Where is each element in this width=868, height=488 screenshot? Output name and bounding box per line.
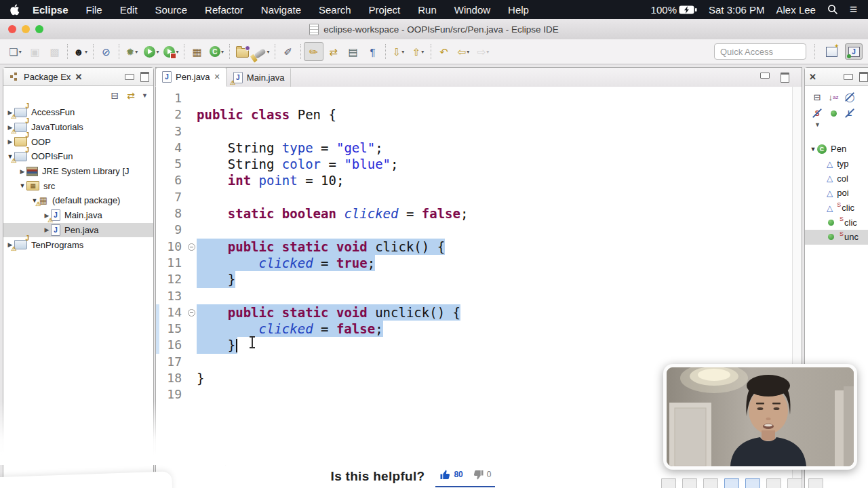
code-line-13[interactable]: 13: [156, 288, 802, 304]
link-with-editor-icon[interactable]: ⇄: [127, 90, 135, 101]
package-explorer-tab[interactable]: Package Ex: [24, 72, 71, 82]
highlighter-icon[interactable]: ✎: [304, 42, 323, 61]
outline-item-clic[interactable]: Sclic: [805, 215, 868, 230]
link-editor-icon[interactable]: ⇄: [323, 42, 343, 61]
code-line-4[interactable]: 4 String type = "gel";: [156, 140, 802, 156]
outline-view-menu-icon[interactable]: ▼: [805, 120, 868, 132]
annotate-marker-icon[interactable]: ✐: [278, 42, 298, 61]
tab-main-java[interactable]: J⚠ Main.java: [227, 68, 292, 87]
fold-collapse-icon[interactable]: [187, 239, 197, 255]
view-menu-icon[interactable]: ▼: [142, 92, 148, 99]
tree-item--default-package-[interactable]: ▼▦⚠(default package): [3, 193, 153, 208]
maximize-editor-button[interactable]: [781, 73, 789, 83]
maximize-outline-button[interactable]: [859, 72, 868, 82]
close-outline-icon[interactable]: ✕: [809, 72, 816, 82]
hide-local-types-icon[interactable]: L: [844, 108, 855, 119]
open-task-icon[interactable]: [233, 42, 252, 61]
minimize-view-button[interactable]: [125, 74, 134, 80]
coverage-icon[interactable]: ▾: [161, 42, 181, 61]
menu-item-eclipse[interactable]: Eclipse: [24, 4, 77, 16]
zoom-window-button[interactable]: [35, 25, 43, 33]
last-edit-location-icon[interactable]: ↶: [434, 42, 454, 61]
hide-static-icon[interactable]: S: [812, 108, 823, 119]
control-center-icon[interactable]: ≡: [850, 3, 857, 16]
menu-clock[interactable]: Sat 3:06 PM: [709, 4, 765, 16]
menu-item-search[interactable]: Search: [310, 4, 360, 16]
forward-icon[interactable]: ⇨▾: [473, 42, 493, 61]
menu-item-navigate[interactable]: Navigate: [252, 4, 310, 16]
hide-fields-icon[interactable]: ◯: [844, 92, 855, 102]
code-line-14[interactable]: 14 public static void unclick() {: [156, 304, 802, 321]
tab-pen-java[interactable]: J Pen.java ✕: [155, 67, 227, 87]
menu-item-source[interactable]: Source: [146, 4, 197, 16]
menu-item-refactor[interactable]: Refactor: [196, 4, 252, 16]
outline-item-clic[interactable]: △Sclic: [805, 201, 868, 216]
chevron-down-icon[interactable]: ▼: [18, 182, 26, 189]
menu-item-project[interactable]: Project: [360, 4, 410, 16]
java-perspective-button[interactable]: J: [845, 43, 863, 60]
outline-item-pen[interactable]: ▼CPen: [805, 142, 868, 157]
menu-item-edit[interactable]: Edit: [111, 4, 146, 16]
code-line-1[interactable]: 1: [156, 90, 802, 106]
outline-item-unc[interactable]: Sunc: [805, 230, 868, 245]
chevron-down-icon[interactable]: ▼: [809, 146, 817, 152]
console-toolbar-icon[interactable]: [745, 478, 760, 488]
new-wizard-icon[interactable]: ❏▾: [5, 42, 25, 61]
minimize-outline-button[interactable]: [844, 74, 853, 80]
close-tab-icon[interactable]: ✕: [214, 73, 220, 81]
apple-menu[interactable]: [0, 4, 24, 16]
search-icon[interactable]: ▾: [252, 42, 272, 61]
maximize-view-button[interactable]: [140, 72, 149, 82]
console-toolbar-icon[interactable]: [682, 478, 697, 488]
show-selected-element-icon[interactable]: ▤: [343, 42, 363, 61]
user-account-icon[interactable]: ☻▾: [71, 42, 90, 61]
chevron-right-icon[interactable]: ▶: [18, 168, 26, 175]
back-icon[interactable]: ⇦▾: [454, 42, 473, 61]
code-line-8[interactable]: 8 static boolean clicked = false;: [156, 205, 802, 222]
sort-icon[interactable]: ↓az: [828, 92, 839, 102]
save-all-icon[interactable]: ▩: [45, 42, 64, 61]
minimize-editor-button[interactable]: [760, 73, 770, 79]
console-toolbar-icon[interactable]: [703, 478, 718, 488]
fold-collapse-icon[interactable]: [187, 304, 197, 321]
battery-status[interactable]: 100%: [651, 4, 697, 16]
minimize-window-button[interactable]: [22, 25, 30, 33]
menu-item-run[interactable]: Run: [409, 4, 446, 16]
code-line-2[interactable]: 2public class Pen {: [156, 106, 802, 123]
outline-item-col[interactable]: △col: [805, 171, 868, 186]
new-class-icon[interactable]: C▾: [207, 42, 226, 61]
new-java-project-icon[interactable]: ▦: [187, 42, 207, 61]
outline-item-typ[interactable]: △typ: [805, 157, 868, 171]
show-whitespace-icon[interactable]: ¶: [363, 42, 382, 61]
collapse-all-icon[interactable]: ⊟: [109, 90, 120, 101]
tree-item-main-java[interactable]: ▶J⚠Main.java: [3, 208, 153, 223]
console-toolbar-icon[interactable]: [724, 478, 739, 488]
collapse-all-icon[interactable]: ⊟: [812, 92, 823, 102]
menu-item-window[interactable]: Window: [446, 4, 499, 16]
like-button[interactable]: 80: [439, 469, 462, 481]
dislike-button[interactable]: 0: [473, 469, 492, 481]
menu-user[interactable]: Alex Lee: [776, 4, 816, 16]
run-icon[interactable]: ▾: [142, 42, 161, 61]
code-line-12[interactable]: 12 }: [156, 271, 802, 287]
console-toolbar-icon[interactable]: [787, 478, 802, 488]
console-toolbar-icon[interactable]: [766, 478, 781, 488]
skip-breakpoints-icon[interactable]: ⊘: [96, 42, 116, 61]
spotlight-search-icon[interactable]: [827, 4, 838, 15]
menu-item-file[interactable]: File: [77, 4, 111, 16]
tree-item-tenprograms[interactable]: ▶⚠TenPrograms: [3, 237, 153, 252]
outline-item-poi[interactable]: △poi: [805, 186, 868, 201]
next-annotation-icon[interactable]: ⇩▾: [389, 42, 408, 61]
previous-annotation-icon[interactable]: ⇧▾: [408, 42, 428, 61]
code-line-6[interactable]: 6 int point = 10;: [156, 172, 802, 188]
tree-item-jre-system-library-j[interactable]: ▶JRE System Library [J: [3, 164, 153, 179]
code-line-10[interactable]: 10 public static void click() {: [156, 239, 802, 255]
hide-non-public-icon[interactable]: [828, 108, 839, 119]
chevron-right-icon[interactable]: ▶: [6, 138, 14, 145]
debug-icon[interactable]: ✹▾: [122, 42, 142, 61]
tree-item-src[interactable]: ▼▦src: [3, 178, 153, 193]
open-perspective-button[interactable]: [823, 44, 840, 59]
save-icon[interactable]: ▣: [25, 42, 45, 61]
code-line-7[interactable]: 7: [156, 189, 802, 205]
close-view-icon[interactable]: ✕: [75, 72, 82, 82]
